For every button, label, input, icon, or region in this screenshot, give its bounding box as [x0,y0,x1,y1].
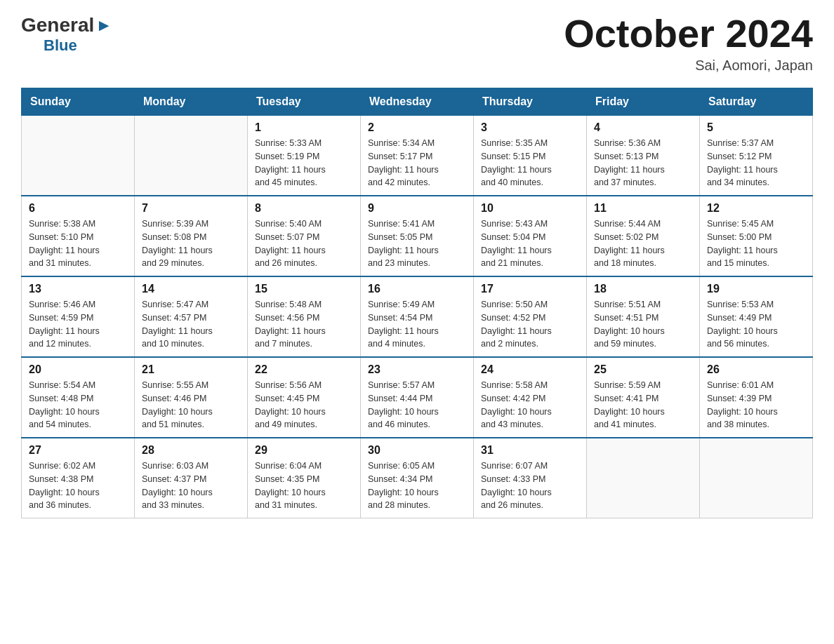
calendar-cell: 27Sunrise: 6:02 AM Sunset: 4:38 PM Dayli… [22,438,135,518]
day-info: Sunrise: 5:47 AM Sunset: 4:57 PM Dayligh… [142,298,240,351]
calendar-cell [587,438,700,518]
calendar-cell: 6Sunrise: 5:38 AM Sunset: 5:10 PM Daylig… [22,196,135,276]
calendar-cell: 18Sunrise: 5:51 AM Sunset: 4:51 PM Dayli… [587,276,700,357]
calendar-header-monday: Monday [135,88,248,116]
day-info: Sunrise: 5:34 AM Sunset: 5:17 PM Dayligh… [368,137,466,189]
month-title: October 2024 [564,14,813,53]
day-info: Sunrise: 5:37 AM Sunset: 5:12 PM Dayligh… [707,137,805,189]
day-number: 4 [594,121,692,134]
day-info: Sunrise: 5:54 AM Sunset: 4:48 PM Dayligh… [29,379,127,431]
calendar-cell: 20Sunrise: 5:54 AM Sunset: 4:48 PM Dayli… [22,357,135,438]
calendar-week-row-0: 1Sunrise: 5:33 AM Sunset: 5:19 PM Daylig… [22,116,813,196]
day-info: Sunrise: 5:35 AM Sunset: 5:15 PM Dayligh… [481,137,579,189]
calendar-cell: 1Sunrise: 5:33 AM Sunset: 5:19 PM Daylig… [248,116,361,196]
calendar-header-row: SundayMondayTuesdayWednesdayThursdayFrid… [22,88,813,116]
calendar-cell: 25Sunrise: 5:59 AM Sunset: 4:41 PM Dayli… [587,357,700,438]
day-info: Sunrise: 5:50 AM Sunset: 4:52 PM Dayligh… [481,298,579,351]
calendar-cell: 9Sunrise: 5:41 AM Sunset: 5:05 PM Daylig… [361,196,474,276]
calendar-week-row-1: 6Sunrise: 5:38 AM Sunset: 5:10 PM Daylig… [22,196,813,276]
calendar-cell: 19Sunrise: 5:53 AM Sunset: 4:49 PM Dayli… [700,276,813,357]
calendar-cell: 22Sunrise: 5:56 AM Sunset: 4:45 PM Dayli… [248,357,361,438]
calendar-cell: 17Sunrise: 5:50 AM Sunset: 4:52 PM Dayli… [474,276,587,357]
logo-arrow-icon: ► [95,15,112,35]
day-info: Sunrise: 6:07 AM Sunset: 4:33 PM Dayligh… [481,459,579,512]
logo: General ► Blue [21,14,112,55]
day-info: Sunrise: 5:41 AM Sunset: 5:05 PM Dayligh… [368,217,466,270]
day-info: Sunrise: 5:51 AM Sunset: 4:51 PM Dayligh… [594,298,692,351]
calendar-cell: 5Sunrise: 5:37 AM Sunset: 5:12 PM Daylig… [700,116,813,196]
day-number: 15 [255,283,353,295]
day-info: Sunrise: 5:36 AM Sunset: 5:13 PM Dayligh… [594,137,692,189]
calendar-cell: 12Sunrise: 5:45 AM Sunset: 5:00 PM Dayli… [700,196,813,276]
day-number: 7 [142,202,240,215]
day-info: Sunrise: 5:45 AM Sunset: 5:00 PM Dayligh… [707,217,805,270]
day-info: Sunrise: 5:46 AM Sunset: 4:59 PM Dayligh… [29,298,127,351]
calendar-week-row-4: 27Sunrise: 6:02 AM Sunset: 4:38 PM Dayli… [22,438,813,518]
calendar-cell [22,116,135,196]
calendar-cell: 26Sunrise: 6:01 AM Sunset: 4:39 PM Dayli… [700,357,813,438]
day-info: Sunrise: 5:59 AM Sunset: 4:41 PM Dayligh… [594,379,692,431]
day-info: Sunrise: 5:53 AM Sunset: 4:49 PM Dayligh… [707,298,805,351]
day-number: 1 [255,121,353,134]
day-number: 3 [481,121,579,134]
day-info: Sunrise: 5:39 AM Sunset: 5:08 PM Dayligh… [142,217,240,270]
day-number: 28 [142,444,240,457]
calendar-week-row-3: 20Sunrise: 5:54 AM Sunset: 4:48 PM Dayli… [22,357,813,438]
calendar-header-saturday: Saturday [700,88,813,116]
day-number: 17 [481,283,579,295]
day-number: 11 [594,202,692,215]
calendar-cell: 2Sunrise: 5:34 AM Sunset: 5:17 PM Daylig… [361,116,474,196]
day-number: 26 [707,363,805,376]
day-info: Sunrise: 5:40 AM Sunset: 5:07 PM Dayligh… [255,217,353,270]
day-info: Sunrise: 6:03 AM Sunset: 4:37 PM Dayligh… [142,459,240,512]
calendar-cell: 16Sunrise: 5:49 AM Sunset: 4:54 PM Dayli… [361,276,474,357]
day-number: 31 [481,444,579,457]
day-number: 14 [142,283,240,295]
day-number: 16 [368,283,466,295]
day-info: Sunrise: 5:55 AM Sunset: 4:46 PM Dayligh… [142,379,240,431]
calendar-cell: 30Sunrise: 6:05 AM Sunset: 4:34 PM Dayli… [361,438,474,518]
day-number: 29 [255,444,353,457]
day-number: 30 [368,444,466,457]
day-info: Sunrise: 5:44 AM Sunset: 5:02 PM Dayligh… [594,217,692,270]
day-info: Sunrise: 5:43 AM Sunset: 5:04 PM Dayligh… [481,217,579,270]
location: Sai, Aomori, Japan [564,58,813,74]
logo-general-text: General [21,14,94,36]
day-info: Sunrise: 6:02 AM Sunset: 4:38 PM Dayligh… [29,459,127,512]
calendar-cell: 11Sunrise: 5:44 AM Sunset: 5:02 PM Dayli… [587,196,700,276]
day-info: Sunrise: 5:57 AM Sunset: 4:44 PM Dayligh… [368,379,466,431]
day-number: 24 [481,363,579,376]
day-number: 12 [707,202,805,215]
day-info: Sunrise: 6:01 AM Sunset: 4:39 PM Dayligh… [707,379,805,431]
page-header: General ► Blue October 2024 Sai, Aomori,… [21,14,813,74]
calendar-cell: 31Sunrise: 6:07 AM Sunset: 4:33 PM Dayli… [474,438,587,518]
day-number: 20 [29,363,127,376]
day-number: 8 [255,202,353,215]
calendar-cell [700,438,813,518]
day-number: 2 [368,121,466,134]
calendar-header-thursday: Thursday [474,88,587,116]
calendar-cell: 15Sunrise: 5:48 AM Sunset: 4:56 PM Dayli… [248,276,361,357]
day-number: 5 [707,121,805,134]
day-number: 22 [255,363,353,376]
calendar-header-tuesday: Tuesday [248,88,361,116]
day-number: 27 [29,444,127,457]
day-info: Sunrise: 6:05 AM Sunset: 4:34 PM Dayligh… [368,459,466,512]
calendar-cell: 8Sunrise: 5:40 AM Sunset: 5:07 PM Daylig… [248,196,361,276]
calendar-cell: 10Sunrise: 5:43 AM Sunset: 5:04 PM Dayli… [474,196,587,276]
calendar-cell: 3Sunrise: 5:35 AM Sunset: 5:15 PM Daylig… [474,116,587,196]
calendar-table: SundayMondayTuesdayWednesdayThursdayFrid… [21,88,813,518]
calendar-cell: 23Sunrise: 5:57 AM Sunset: 4:44 PM Dayli… [361,357,474,438]
day-info: Sunrise: 6:04 AM Sunset: 4:35 PM Dayligh… [255,459,353,512]
calendar-cell: 14Sunrise: 5:47 AM Sunset: 4:57 PM Dayli… [135,276,248,357]
day-info: Sunrise: 5:38 AM Sunset: 5:10 PM Dayligh… [29,217,127,270]
day-info: Sunrise: 5:48 AM Sunset: 4:56 PM Dayligh… [255,298,353,351]
day-number: 13 [29,283,127,295]
day-number: 25 [594,363,692,376]
day-number: 6 [29,202,127,215]
calendar-cell [135,116,248,196]
day-number: 19 [707,283,805,295]
calendar-cell: 7Sunrise: 5:39 AM Sunset: 5:08 PM Daylig… [135,196,248,276]
calendar-header-friday: Friday [587,88,700,116]
calendar-cell: 28Sunrise: 6:03 AM Sunset: 4:37 PM Dayli… [135,438,248,518]
